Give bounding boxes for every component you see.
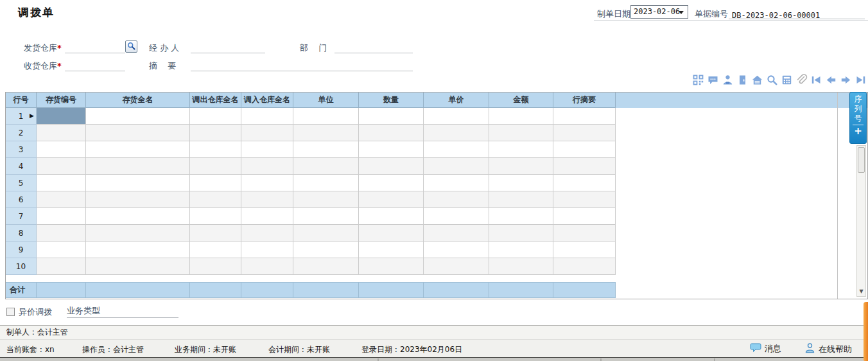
row-number-cell[interactable]: 8 bbox=[6, 225, 37, 242]
user-icon[interactable] bbox=[722, 74, 734, 86]
grid-cell[interactable] bbox=[359, 208, 424, 225]
grid-cell[interactable] bbox=[190, 242, 241, 258]
grid-cell[interactable] bbox=[424, 175, 489, 191]
warehouse-lookup-button[interactable] bbox=[125, 40, 137, 53]
grid-cell[interactable] bbox=[86, 108, 190, 125]
grid-cell[interactable] bbox=[293, 242, 359, 258]
grid-cell[interactable] bbox=[241, 191, 293, 208]
ship-warehouse-input[interactable] bbox=[65, 44, 128, 55]
grid-cell[interactable] bbox=[424, 108, 489, 125]
grid-cell[interactable] bbox=[553, 125, 616, 141]
grid-cell[interactable] bbox=[190, 108, 241, 125]
grid-cell[interactable] bbox=[37, 208, 86, 225]
edge-scroll-handle[interactable] bbox=[864, 302, 868, 361]
grid-cell[interactable] bbox=[37, 242, 86, 258]
grid-cell[interactable] bbox=[37, 225, 86, 242]
grid-cell[interactable] bbox=[359, 191, 424, 208]
summary-input[interactable] bbox=[191, 62, 415, 73]
grid-cell[interactable] bbox=[489, 108, 553, 125]
add-row-plus-icon[interactable]: + bbox=[854, 127, 862, 136]
grid-cell[interactable] bbox=[86, 158, 190, 175]
door-icon[interactable] bbox=[736, 74, 749, 86]
grid-cell[interactable] bbox=[241, 158, 293, 175]
grid-cell[interactable] bbox=[241, 242, 293, 258]
grid-cell[interactable] bbox=[241, 225, 293, 242]
grid-cell[interactable] bbox=[293, 191, 359, 208]
row-number-cell[interactable]: 5 bbox=[6, 175, 37, 191]
grid-cell[interactable] bbox=[293, 225, 359, 242]
grid-cell[interactable] bbox=[293, 258, 359, 275]
attachment-icon[interactable] bbox=[795, 74, 808, 86]
grid-cell[interactable] bbox=[241, 175, 293, 191]
grid-cell[interactable] bbox=[489, 141, 553, 158]
grid-cell[interactable] bbox=[37, 191, 86, 208]
row-number-cell[interactable]: 2 bbox=[6, 125, 37, 141]
grid-cell[interactable] bbox=[424, 208, 489, 225]
grid-cell[interactable] bbox=[424, 225, 489, 242]
grid-cell[interactable] bbox=[359, 258, 424, 275]
business-type-input[interactable] bbox=[100, 305, 178, 316]
grid-cell[interactable] bbox=[489, 191, 553, 208]
grid-cell[interactable] bbox=[359, 125, 424, 141]
grid-cell[interactable] bbox=[37, 125, 86, 141]
grid-cell[interactable] bbox=[553, 208, 616, 225]
grid-cell[interactable] bbox=[424, 125, 489, 141]
scrollbar-thumb[interactable] bbox=[858, 147, 865, 173]
grid-cell[interactable] bbox=[489, 125, 553, 141]
grid-cell[interactable] bbox=[241, 108, 293, 125]
row-number-cell[interactable]: 6 bbox=[6, 191, 37, 208]
grid-cell[interactable] bbox=[190, 208, 241, 225]
handler-input[interactable] bbox=[191, 44, 268, 55]
grid-cell[interactable] bbox=[37, 258, 86, 275]
grid-cell[interactable] bbox=[293, 158, 359, 175]
grid-icon[interactable] bbox=[692, 74, 704, 86]
grid-cell[interactable] bbox=[489, 208, 553, 225]
ship-warehouse-field[interactable] bbox=[65, 42, 125, 53]
grid-cell[interactable] bbox=[37, 108, 86, 125]
first-record-icon[interactable] bbox=[810, 74, 822, 86]
grid-cell[interactable] bbox=[293, 208, 359, 225]
grid-cell[interactable] bbox=[37, 175, 86, 191]
grid-cell[interactable] bbox=[86, 208, 190, 225]
grid-cell[interactable] bbox=[293, 175, 359, 191]
calculator-icon[interactable] bbox=[781, 74, 793, 86]
row-number-cell[interactable]: 10 bbox=[6, 258, 37, 275]
grid-cell[interactable] bbox=[86, 258, 190, 275]
online-help-button[interactable]: 在线帮助 bbox=[804, 342, 852, 356]
grid-cell[interactable] bbox=[86, 125, 190, 141]
grid-cell[interactable] bbox=[241, 258, 293, 275]
vertical-scrollbar[interactable]: ▼ bbox=[856, 145, 866, 297]
grid-cell[interactable] bbox=[293, 125, 359, 141]
grid-cell[interactable] bbox=[293, 108, 359, 125]
grid-cell[interactable] bbox=[553, 258, 616, 275]
grid-cell[interactable] bbox=[190, 225, 241, 242]
grid-cell[interactable] bbox=[241, 125, 293, 141]
grid-cell[interactable] bbox=[359, 158, 424, 175]
grid-cell[interactable] bbox=[553, 108, 616, 125]
grid-cell[interactable] bbox=[190, 125, 241, 141]
grid-cell[interactable] bbox=[553, 225, 616, 242]
grid-cell[interactable] bbox=[424, 158, 489, 175]
home-icon[interactable] bbox=[751, 74, 763, 86]
grid-cell[interactable] bbox=[241, 141, 293, 158]
grid-cell[interactable] bbox=[190, 175, 241, 191]
next-record-icon[interactable] bbox=[840, 74, 852, 86]
chevron-down-icon[interactable] bbox=[679, 11, 684, 14]
grid-cell[interactable] bbox=[553, 242, 616, 258]
grid-cell[interactable] bbox=[293, 141, 359, 158]
department-input[interactable] bbox=[334, 44, 415, 55]
row-number-cell[interactable]: 4 bbox=[6, 158, 37, 175]
serial-number-tab[interactable]: 序列号 + bbox=[849, 92, 867, 144]
handler-field[interactable] bbox=[191, 42, 265, 53]
grid-cell[interactable] bbox=[37, 141, 86, 158]
grid-cell[interactable] bbox=[190, 258, 241, 275]
doc-no-field[interactable]: DB-2023-02-06-00001 bbox=[729, 8, 865, 19]
grid-cell[interactable] bbox=[553, 191, 616, 208]
grid-cell[interactable] bbox=[553, 141, 616, 158]
grid-cell[interactable] bbox=[86, 225, 190, 242]
grid-cell[interactable] bbox=[86, 141, 190, 158]
grid-cell[interactable] bbox=[359, 141, 424, 158]
grid-cell[interactable] bbox=[424, 258, 489, 275]
grid-cell[interactable] bbox=[359, 108, 424, 125]
department-field[interactable] bbox=[334, 42, 413, 53]
